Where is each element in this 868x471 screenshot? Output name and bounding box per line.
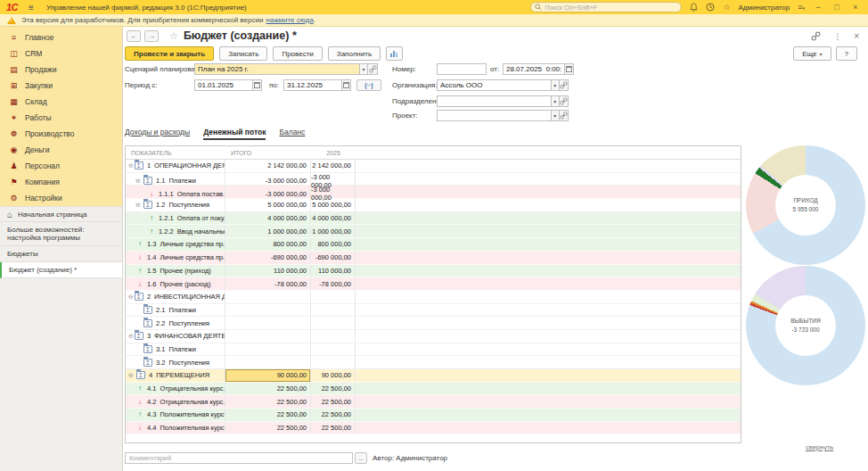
- notifications-bell-icon[interactable]: [690, 3, 698, 12]
- sidebar-window-item[interactable]: Бюджет (создание) *: [0, 262, 122, 278]
- close-form-button[interactable]: ×: [854, 31, 859, 41]
- sidebar-item-works[interactable]: ✶Работы: [0, 110, 122, 126]
- cell-2025[interactable]: [311, 330, 356, 343]
- cell-total[interactable]: 800 000,00: [225, 238, 311, 251]
- cell-2025[interactable]: [311, 291, 356, 303]
- table-row[interactable]: Σ3.1Платежи: [126, 343, 741, 357]
- help-button[interactable]: ?: [836, 46, 857, 61]
- organization-link-button[interactable]: [560, 79, 569, 91]
- cell-total[interactable]: 1 000 000,00: [225, 225, 311, 237]
- expand-toggle-icon[interactable]: ⊖: [135, 178, 143, 185]
- organization-dropdown-button[interactable]: ▾: [552, 79, 560, 91]
- cell-2025[interactable]: 110 000,00: [311, 265, 356, 277]
- table-row[interactable]: ⊖Σ2ИНВЕСТИЦИОННАЯ ДЕЯ...: [126, 291, 741, 304]
- table-row[interactable]: ↑4.1Отрицательная курс...22 500,0022 500…: [126, 383, 741, 396]
- sidebar-item-settings[interactable]: ⚙Настройки: [0, 190, 122, 206]
- period-to-input[interactable]: [283, 79, 342, 91]
- date-input[interactable]: [503, 63, 565, 75]
- collapse-link[interactable]: свернуть: [806, 443, 833, 451]
- expand-toggle-icon[interactable]: ⊖: [128, 162, 134, 169]
- scenario-dropdown-button[interactable]: ▾: [360, 63, 368, 75]
- table-row[interactable]: ↓1.4Личные средства пр...-690 000,00-690…: [126, 252, 741, 265]
- table-row[interactable]: ↓1.1.1Оплата постав...-3 000 000,00-3 00…: [126, 186, 741, 199]
- choose-period-button[interactable]: (··): [356, 79, 381, 91]
- cell-2025[interactable]: 90 000,00: [311, 369, 356, 382]
- cell-total[interactable]: 110 000,00: [225, 265, 311, 277]
- project-dropdown-button[interactable]: ▾: [552, 110, 560, 121]
- cell-2025[interactable]: -78 000,00: [311, 277, 356, 290]
- close-window-button[interactable]: ×: [850, 3, 861, 12]
- post-and-close-button[interactable]: Провести и закрыть: [125, 46, 214, 61]
- get-link-icon[interactable]: [811, 31, 821, 41]
- table-row[interactable]: ↓1.6Прочее (расход)-78 000,00-78 000,00: [126, 277, 741, 291]
- tab-active[interactable]: Денежный поток: [203, 128, 266, 140]
- cell-total[interactable]: [225, 330, 311, 343]
- global-search[interactable]: [530, 2, 682, 12]
- sidebar-window-item[interactable]: Больше возможностей: настройка программы: [0, 222, 122, 246]
- fill-button[interactable]: Заполнить: [328, 46, 381, 61]
- table-row[interactable]: ⊖Σ4ПЕРЕМЕЩЕНИЯ90 000,0090 000,00: [126, 369, 741, 383]
- division-dropdown-button[interactable]: ▾: [552, 95, 560, 107]
- number-input[interactable]: [437, 63, 487, 75]
- tab-inactive[interactable]: Доходы и расходы: [125, 128, 190, 140]
- back-button[interactable]: ←: [127, 30, 141, 42]
- service-menu-icon[interactable]: ≡▾: [798, 4, 805, 12]
- search-input[interactable]: [545, 4, 669, 11]
- expand-toggle-icon[interactable]: ⊖: [128, 293, 134, 301]
- alert-link[interactable]: нажмите сюда: [266, 16, 313, 24]
- cell-total[interactable]: 4 000 000,00: [225, 212, 311, 225]
- sidebar-item-crm[interactable]: ◫CRM: [0, 45, 122, 62]
- project-link-button[interactable]: [560, 110, 569, 121]
- table-row[interactable]: ↑1.2.1Оплата от поку...4 000 000,004 000…: [126, 212, 741, 226]
- cell-total[interactable]: 22 500,00: [225, 383, 311, 395]
- tab-inactive[interactable]: Баланс: [279, 128, 305, 140]
- sidebar-item-purchases[interactable]: ⊞Закупки: [0, 78, 122, 94]
- cell-total[interactable]: [225, 291, 311, 303]
- minimize-button[interactable]: –: [813, 3, 823, 12]
- cell-2025[interactable]: [311, 356, 356, 368]
- cell-total[interactable]: 22 500,00: [225, 395, 311, 408]
- cell-2025[interactable]: [311, 343, 356, 356]
- comment-expand-button[interactable]: ...: [355, 452, 367, 464]
- cell-2025[interactable]: -690 000,00: [311, 252, 356, 264]
- table-row[interactable]: ↓4.4Положительная курс...22 500,0022 500…: [126, 422, 741, 435]
- cell-total[interactable]: 2 142 000,00: [225, 160, 311, 172]
- forward-button[interactable]: →: [144, 30, 159, 42]
- cell-2025[interactable]: 800 000,00: [311, 238, 356, 251]
- calendar-icon[interactable]: [253, 79, 262, 91]
- chart-fill-button[interactable]: [386, 46, 403, 61]
- cell-2025[interactable]: [311, 304, 356, 317]
- comment-input[interactable]: [125, 452, 353, 464]
- division-link-button[interactable]: [560, 95, 569, 107]
- main-menu-icon[interactable]: ≡: [29, 3, 34, 12]
- current-user[interactable]: Администратор: [739, 4, 790, 12]
- more-actions-icon[interactable]: ⋮: [833, 32, 841, 41]
- cell-total[interactable]: 22 500,00: [225, 422, 311, 434]
- post-button[interactable]: Провести: [273, 46, 322, 61]
- cell-2025[interactable]: 2 142 000,00: [311, 160, 356, 172]
- cell-2025[interactable]: 22 500,00: [311, 422, 356, 434]
- table-row[interactable]: ↑1.3Личные средства пр...800 000,00800 0…: [126, 238, 741, 252]
- project-input[interactable]: [437, 110, 552, 121]
- cell-total[interactable]: -78 000,00: [225, 277, 311, 290]
- cell-2025[interactable]: 22 500,00: [311, 395, 356, 408]
- scenario-input[interactable]: [194, 63, 360, 75]
- sidebar-item-sales[interactable]: ▤Продажи: [0, 62, 122, 78]
- table-row[interactable]: Σ3.2Поступления: [126, 356, 741, 369]
- cell-2025[interactable]: 1 000 000,00: [311, 225, 356, 237]
- cell-total[interactable]: 5 000 000,00: [225, 199, 311, 211]
- cell-total[interactable]: [225, 304, 311, 317]
- cell-2025[interactable]: 22 500,00: [311, 383, 356, 395]
- cell-2025[interactable]: [311, 317, 356, 329]
- expand-toggle-icon[interactable]: ⊖: [135, 202, 143, 209]
- favorites-star-icon[interactable]: ☆: [723, 4, 730, 12]
- sidebar-item-home-sections[interactable]: ≡Главное: [0, 29, 122, 45]
- calendar-icon[interactable]: [565, 63, 574, 75]
- organization-input[interactable]: [437, 79, 552, 91]
- sidebar-item-production[interactable]: ☸Производство: [0, 126, 122, 142]
- sidebar-window-item[interactable]: Бюджеты: [0, 246, 122, 262]
- sidebar-item-home[interactable]: ⌂ Начальная страница: [0, 206, 122, 222]
- save-button[interactable]: Записать: [219, 46, 267, 61]
- more-button[interactable]: Еще▾: [793, 46, 831, 61]
- table-row[interactable]: ↑1.2.2Ввод начальны...1 000 000,001 000 …: [126, 225, 741, 238]
